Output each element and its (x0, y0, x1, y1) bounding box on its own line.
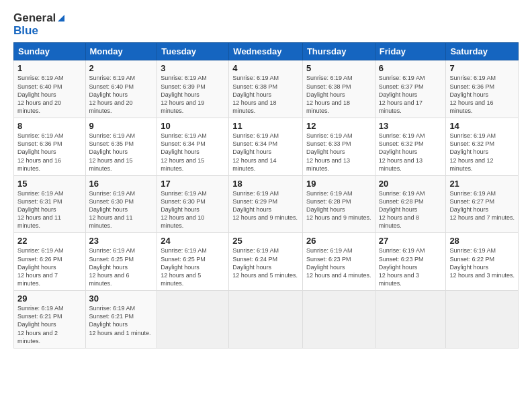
day-number: 15 (17, 179, 82, 189)
day-info: Sunrise: 6:19 AMSunset: 6:40 PMDaylight … (89, 75, 136, 114)
day-info: Sunrise: 6:19 AMSunset: 6:28 PMDaylight … (379, 190, 425, 230)
day-info: Sunrise: 6:19 AMSunset: 6:21 PMDaylight … (89, 305, 151, 336)
day-info: Sunrise: 6:19 AMSunset: 6:28 PMDaylight … (306, 190, 371, 221)
table-row: 4 Sunrise: 6:19 AMSunset: 6:38 PMDayligh… (229, 60, 303, 118)
day-info: Sunrise: 6:19 AMSunset: 6:40 PMDaylight … (17, 75, 64, 114)
day-info: Sunrise: 6:19 AMSunset: 6:34 PMDaylight … (232, 132, 279, 172)
day-info: Sunrise: 6:19 AMSunset: 6:39 PMDaylight … (161, 75, 207, 114)
table-row: 13 Sunrise: 6:19 AMSunset: 6:32 PMDaylig… (375, 118, 446, 176)
table-row: 7 Sunrise: 6:19 AMSunset: 6:36 PMDayligh… (446, 60, 519, 118)
table-row (302, 291, 375, 349)
day-info: Sunrise: 6:19 AMSunset: 6:37 PMDaylight … (379, 75, 425, 114)
day-info: Sunrise: 6:19 AMSunset: 6:36 PMDaylight … (17, 132, 64, 172)
table-row: 9 Sunrise: 6:19 AMSunset: 6:35 PMDayligh… (85, 118, 157, 176)
calendar-week-row: 22 Sunrise: 6:19 AMSunset: 6:26 PMDaylig… (14, 233, 519, 291)
day-info: Sunrise: 6:19 AMSunset: 6:23 PMDaylight … (379, 247, 425, 287)
day-info: Sunrise: 6:19 AMSunset: 6:24 PMDaylight … (232, 247, 298, 278)
table-row: 6 Sunrise: 6:19 AMSunset: 6:37 PMDayligh… (375, 60, 446, 118)
table-row: 22 Sunrise: 6:19 AMSunset: 6:26 PMDaylig… (14, 233, 86, 291)
page: General Blue Sunday Monday Tuesday Wedne… (0, 0, 532, 411)
day-number: 20 (379, 179, 443, 189)
day-info: Sunrise: 6:19 AMSunset: 6:27 PMDaylight … (449, 190, 515, 221)
day-number: 6 (379, 63, 443, 73)
day-number: 4 (232, 63, 299, 73)
day-info: Sunrise: 6:19 AMSunset: 6:22 PMDaylight … (449, 247, 515, 278)
table-row: 24 Sunrise: 6:19 AMSunset: 6:25 PMDaylig… (157, 233, 229, 291)
table-row (375, 291, 446, 349)
day-info: Sunrise: 6:19 AMSunset: 6:23 PMDaylight … (306, 247, 371, 278)
day-number: 1 (17, 63, 82, 73)
calendar-week-row: 8 Sunrise: 6:19 AMSunset: 6:36 PMDayligh… (14, 118, 519, 176)
day-number: 21 (449, 179, 515, 189)
table-row: 5 Sunrise: 6:19 AMSunset: 6:38 PMDayligh… (302, 60, 375, 118)
day-info: Sunrise: 6:19 AMSunset: 6:29 PMDaylight … (232, 190, 298, 221)
table-row: 27 Sunrise: 6:19 AMSunset: 6:23 PMDaylig… (375, 233, 446, 291)
day-number: 16 (89, 179, 154, 189)
day-info: Sunrise: 6:19 AMSunset: 6:38 PMDaylight … (232, 75, 279, 114)
day-info: Sunrise: 6:19 AMSunset: 6:34 PMDaylight … (161, 132, 207, 172)
table-row: 8 Sunrise: 6:19 AMSunset: 6:36 PMDayligh… (14, 118, 86, 176)
table-row (157, 291, 229, 349)
day-number: 27 (379, 236, 443, 246)
table-row: 28 Sunrise: 6:19 AMSunset: 6:22 PMDaylig… (446, 233, 519, 291)
day-number: 24 (161, 236, 225, 246)
day-info: Sunrise: 6:19 AMSunset: 6:30 PMDaylight … (161, 190, 207, 230)
col-sunday: Sunday (14, 43, 86, 60)
col-wednesday: Wednesday (229, 43, 303, 60)
calendar-header-row: Sunday Monday Tuesday Wednesday Thursday… (14, 43, 519, 60)
day-info: Sunrise: 6:19 AMSunset: 6:25 PMDaylight … (89, 247, 136, 287)
day-number: 17 (161, 179, 225, 189)
day-number: 25 (232, 236, 299, 246)
table-row: 20 Sunrise: 6:19 AMSunset: 6:28 PMDaylig… (375, 175, 446, 233)
table-row (446, 291, 519, 349)
day-info: Sunrise: 6:19 AMSunset: 6:26 PMDaylight … (17, 247, 64, 287)
table-row: 2 Sunrise: 6:19 AMSunset: 6:40 PMDayligh… (85, 60, 157, 118)
day-info: Sunrise: 6:19 AMSunset: 6:38 PMDaylight … (306, 75, 353, 114)
day-number: 14 (449, 121, 515, 131)
col-saturday: Saturday (446, 43, 519, 60)
day-number: 9 (89, 121, 154, 131)
calendar-week-row: 1 Sunrise: 6:19 AMSunset: 6:40 PMDayligh… (14, 60, 519, 118)
day-info: Sunrise: 6:19 AMSunset: 6:25 PMDaylight … (161, 247, 207, 287)
col-monday: Monday (85, 43, 157, 60)
day-info: Sunrise: 6:19 AMSunset: 6:31 PMDaylight … (17, 190, 64, 230)
table-row: 25 Sunrise: 6:19 AMSunset: 6:24 PMDaylig… (229, 233, 303, 291)
logo: General Blue (13, 12, 66, 37)
day-info: Sunrise: 6:19 AMSunset: 6:35 PMDaylight … (89, 132, 136, 172)
table-row: 17 Sunrise: 6:19 AMSunset: 6:30 PMDaylig… (157, 175, 229, 233)
day-number: 3 (161, 63, 225, 73)
day-number: 13 (379, 121, 443, 131)
day-number: 18 (232, 179, 299, 189)
table-row: 10 Sunrise: 6:19 AMSunset: 6:34 PMDaylig… (157, 118, 229, 176)
col-friday: Friday (375, 43, 446, 60)
table-row: 3 Sunrise: 6:19 AMSunset: 6:39 PMDayligh… (157, 60, 229, 118)
day-number: 12 (306, 121, 371, 131)
day-number: 8 (17, 121, 82, 131)
table-row: 1 Sunrise: 6:19 AMSunset: 6:40 PMDayligh… (14, 60, 86, 118)
table-row: 26 Sunrise: 6:19 AMSunset: 6:23 PMDaylig… (302, 233, 375, 291)
table-row: 23 Sunrise: 6:19 AMSunset: 6:25 PMDaylig… (85, 233, 157, 291)
day-info: Sunrise: 6:19 AMSunset: 6:33 PMDaylight … (306, 132, 353, 172)
col-tuesday: Tuesday (157, 43, 229, 60)
day-number: 29 (17, 293, 82, 304)
table-row (229, 291, 303, 349)
day-number: 2 (89, 63, 154, 73)
svg-marker-0 (58, 15, 64, 21)
day-number: 26 (306, 236, 371, 246)
day-number: 19 (306, 179, 371, 189)
day-info: Sunrise: 6:19 AMSunset: 6:30 PMDaylight … (89, 190, 136, 230)
table-row: 12 Sunrise: 6:19 AMSunset: 6:33 PMDaylig… (302, 118, 375, 176)
calendar-week-row: 29 Sunrise: 6:19 AMSunset: 6:21 PMDaylig… (14, 291, 519, 349)
table-row: 30 Sunrise: 6:19 AMSunset: 6:21 PMDaylig… (85, 291, 157, 349)
day-number: 10 (161, 121, 225, 131)
table-row: 29 Sunrise: 6:19 AMSunset: 6:21 PMDaylig… (14, 291, 86, 349)
day-info: Sunrise: 6:19 AMSunset: 6:32 PMDaylight … (449, 132, 496, 172)
day-number: 30 (89, 293, 154, 304)
day-number: 5 (306, 63, 371, 73)
day-number: 23 (89, 236, 154, 246)
day-number: 7 (449, 63, 515, 73)
col-thursday: Thursday (302, 43, 375, 60)
table-row: 11 Sunrise: 6:19 AMSunset: 6:34 PMDaylig… (229, 118, 303, 176)
day-number: 22 (17, 236, 82, 246)
header: General Blue (13, 12, 519, 37)
